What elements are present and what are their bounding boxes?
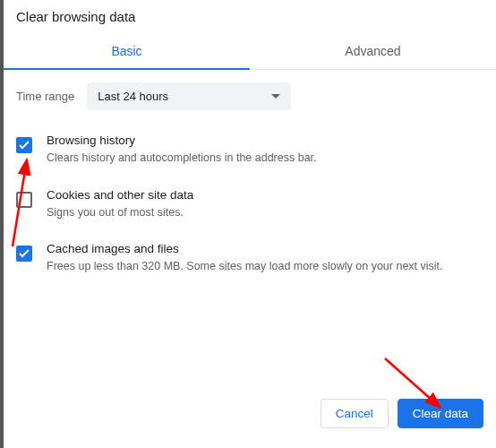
options-list: Browsing history Clears history and auto…: [4, 119, 496, 288]
time-range-row: Time range Last 24 hours: [4, 70, 496, 119]
option-text: Browsing history Clears history and auto…: [47, 134, 483, 167]
option-cached: Cached images and files Frees up less th…: [16, 233, 483, 288]
chevron-down-icon: [271, 94, 280, 99]
dialog-title: Clear browsing data: [4, 0, 496, 35]
clear-data-button-label: Clear data: [413, 407, 468, 420]
option-text: Cookies and other site data Signs you ou…: [47, 188, 483, 221]
tab-advanced-label: Advanced: [345, 44, 400, 58]
tab-basic[interactable]: Basic: [4, 35, 250, 69]
tab-advanced[interactable]: Advanced: [250, 35, 496, 69]
option-title: Cookies and other site data: [47, 188, 483, 202]
cancel-button-label: Cancel: [336, 407, 373, 420]
dialog-footer: Cancel Clear data: [321, 399, 483, 428]
cancel-button[interactable]: Cancel: [321, 399, 389, 428]
option-desc: Frees up less than 320 MB. Some sites ma…: [47, 259, 483, 275]
tab-basic-label: Basic: [111, 44, 141, 58]
option-title: Cached images and files: [47, 242, 483, 255]
option-title: Browsing history: [47, 134, 483, 147]
option-browsing-history: Browsing history Clears history and auto…: [16, 125, 483, 179]
time-range-select[interactable]: Last 24 hours: [87, 82, 291, 110]
tabs: Basic Advanced: [4, 35, 496, 70]
time-range-label: Time range: [16, 90, 74, 103]
option-desc: Signs you out of most sites.: [47, 205, 483, 221]
option-desc: Clears history and autocompletions in th…: [47, 151, 483, 167]
checkbox-cached[interactable]: [16, 246, 32, 262]
option-cookies: Cookies and other site data Signs you ou…: [16, 179, 483, 234]
option-text: Cached images and files Frees up less th…: [47, 242, 483, 275]
checkbox-browsing-history[interactable]: [16, 137, 32, 153]
clear-browsing-data-dialog: Clear browsing data Basic Advanced Time …: [4, 0, 496, 448]
time-range-value: Last 24 hours: [98, 90, 168, 103]
checkbox-cookies[interactable]: [16, 192, 32, 208]
clear-data-button[interactable]: Clear data: [398, 399, 483, 428]
